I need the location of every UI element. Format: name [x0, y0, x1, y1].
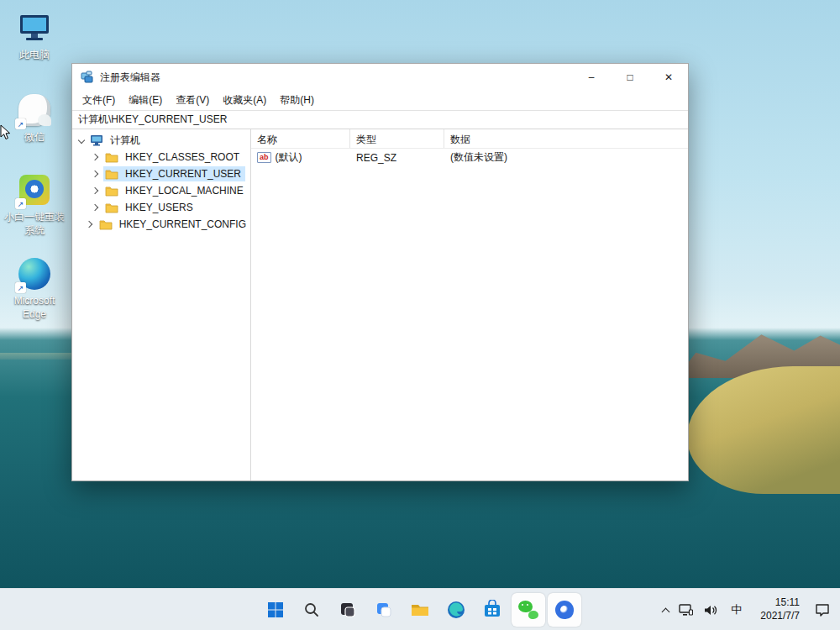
- wechat-icon: [518, 601, 538, 619]
- computer-icon: [90, 134, 103, 146]
- window-content: 计算机 HKEY_CLASSES_ROOT: [72, 129, 688, 480]
- folder-icon: [105, 202, 118, 213]
- chevron-right-icon[interactable]: [92, 187, 98, 194]
- desktop-icon-edge[interactable]: ↗ Microsoft Edge: [4, 256, 65, 321]
- tray-time: 15:11: [760, 596, 800, 610]
- network-button[interactable]: [675, 593, 696, 627]
- list-header: 名称 类型 数据: [251, 129, 688, 149]
- registry-tree: 计算机 HKEY_CLASSES_ROOT: [72, 129, 251, 480]
- ime-indicator[interactable]: 中: [724, 593, 748, 627]
- search-icon: [303, 601, 320, 618]
- microsoft-store-icon: [482, 600, 502, 620]
- folder-icon: [99, 218, 113, 230]
- clock[interactable]: 15:11 2021/7/7: [752, 593, 808, 627]
- shortcut-arrow-icon: ↗: [15, 118, 26, 129]
- file-explorer-icon: [410, 600, 430, 620]
- value-data: (数值未设置): [444, 150, 688, 165]
- tree-item-hkey-users[interactable]: HKEY_USERS: [72, 199, 250, 216]
- notification-center-button[interactable]: [811, 593, 833, 627]
- tray-chevron-button[interactable]: [659, 593, 672, 627]
- chevron-right-icon[interactable]: [92, 204, 98, 211]
- string-value-icon: ab: [257, 152, 271, 163]
- registry-editor-window: 注册表编辑器 – □ ✕ 文件(F) 编辑(E) 查看(V) 收藏夹(A) 帮助…: [71, 63, 689, 481]
- menu-file[interactable]: 文件(F): [76, 91, 122, 110]
- tree-root-computer[interactable]: 计算机: [72, 132, 250, 149]
- folder-icon: [105, 151, 118, 163]
- edge-icon: ↗: [17, 256, 52, 291]
- notification-icon: [815, 603, 830, 617]
- registry-app-icon: [81, 71, 94, 84]
- wecom-taskbar-button[interactable]: [548, 593, 581, 627]
- minimize-button[interactable]: –: [572, 64, 611, 91]
- menu-view[interactable]: 查看(V): [169, 91, 216, 110]
- menu-edit[interactable]: 编辑(E): [122, 91, 169, 110]
- menu-help[interactable]: 帮助(H): [273, 91, 321, 110]
- tree-item-hkey-current-config[interactable]: HKEY_CURRENT_CONFIG: [72, 216, 250, 233]
- this-pc-icon: [17, 10, 52, 45]
- chevron-down-icon[interactable]: [78, 137, 85, 144]
- tree-root-label[interactable]: 计算机: [108, 133, 143, 149]
- desktop-icon-label: 微信: [24, 131, 45, 144]
- menu-bar: 文件(F) 编辑(E) 查看(V) 收藏夹(A) 帮助(H): [72, 91, 688, 110]
- address-bar[interactable]: 计算机\HKEY_CURRENT_USER: [72, 110, 688, 129]
- desktop-icon-xiaobai[interactable]: ↗ 小白一键重装系统: [4, 172, 65, 237]
- desktop-icon-label: Microsoft Edge: [4, 295, 65, 321]
- value-type: REG_SZ: [350, 152, 444, 164]
- volume-button[interactable]: [700, 593, 721, 627]
- search-button[interactable]: [295, 593, 328, 627]
- mouse-cursor: [0, 124, 11, 144]
- desktop-icon-label: 小白一键重装系统: [4, 211, 65, 237]
- column-header-data[interactable]: 数据: [444, 129, 688, 148]
- network-icon: [679, 604, 693, 617]
- file-explorer-button[interactable]: [403, 593, 437, 627]
- desktop-icon-this-pc[interactable]: 此电脑: [4, 10, 65, 62]
- chevron-up-icon: [662, 607, 670, 616]
- desktop-icon-wechat[interactable]: ↗ 微信: [4, 92, 65, 144]
- wecom-icon: [555, 601, 574, 619]
- tray-date: 2021/7/7: [760, 610, 800, 623]
- chevron-right-icon[interactable]: [85, 221, 92, 228]
- folder-icon: [105, 168, 118, 180]
- close-button[interactable]: ✕: [649, 64, 688, 91]
- windows-logo-icon: [266, 601, 285, 619]
- column-header-type[interactable]: 类型: [350, 129, 444, 148]
- titlebar[interactable]: 注册表编辑器 – □ ✕: [72, 64, 688, 91]
- value-row-default[interactable]: ab (默认) REG_SZ (数值未设置): [251, 149, 688, 166]
- window-title: 注册表编辑器: [100, 71, 572, 85]
- desktop-icon-label: 此电脑: [19, 49, 50, 62]
- widgets-icon: [375, 601, 393, 619]
- menu-favorites[interactable]: 收藏夹(A): [216, 91, 273, 110]
- microsoft-store-button[interactable]: [475, 593, 509, 627]
- shortcut-arrow-icon: ↗: [15, 282, 26, 293]
- chevron-right-icon[interactable]: [92, 171, 98, 177]
- speaker-icon: [703, 604, 717, 617]
- value-name: (默认): [276, 150, 302, 165]
- folder-icon: [105, 185, 118, 197]
- wechat-bubble-icon: ↗: [17, 92, 52, 128]
- tree-item-hkey-current-user[interactable]: HKEY_CURRENT_USER: [72, 165, 250, 182]
- chevron-right-icon[interactable]: [92, 154, 98, 160]
- tree-item-hkey-classes-root[interactable]: HKEY_CLASSES_ROOT: [72, 149, 250, 165]
- task-view-icon: [339, 601, 357, 619]
- maximize-button[interactable]: □: [611, 64, 649, 91]
- edge-icon: [446, 600, 466, 620]
- column-header-name[interactable]: 名称: [251, 129, 350, 148]
- taskbar: 中 15:11 2021/7/7: [0, 588, 840, 630]
- edge-button[interactable]: [439, 593, 473, 627]
- xiaobai-reinstall-icon: ↗: [17, 172, 52, 207]
- value-list: 名称 类型 数据 ab (默认) REG_SZ (数值未设置): [251, 129, 688, 480]
- wechat-taskbar-button[interactable]: [512, 593, 545, 627]
- widgets-button[interactable]: [367, 593, 401, 627]
- desktop: 此电脑 ↗ 微信 ↗ 小白一键重装系统 ↗ Microsoft Edge: [0, 0, 840, 630]
- tree-item-hkey-local-machine[interactable]: HKEY_LOCAL_MACHINE: [72, 182, 250, 199]
- shortcut-arrow-icon: ↗: [15, 198, 26, 209]
- start-button[interactable]: [259, 593, 292, 627]
- task-view-button[interactable]: [331, 593, 365, 627]
